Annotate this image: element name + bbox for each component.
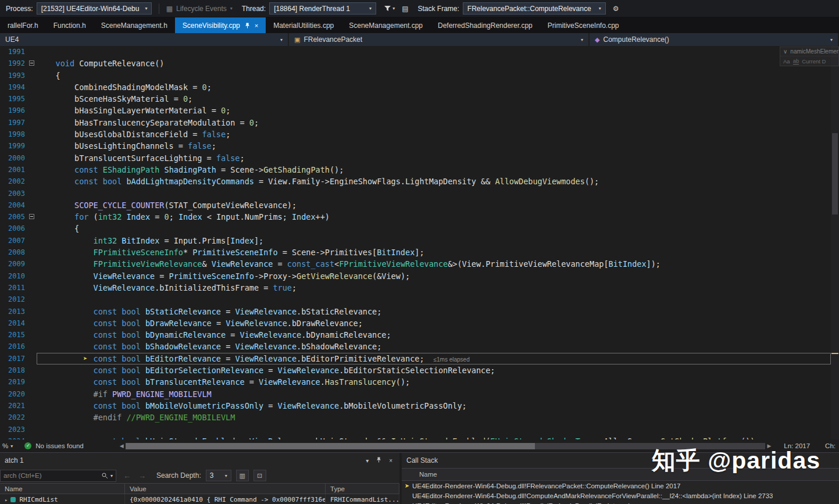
- code-text[interactable]: const bool bAddLightmapDensityCommands =…: [37, 176, 831, 187]
- scrollbar-thumb[interactable]: [126, 443, 535, 449]
- code-text[interactable]: bHasSingleLayerWaterMaterial = 0;: [37, 105, 831, 116]
- pin-icon[interactable]: [245, 23, 250, 28]
- code-text[interactable]: FPrimitiveSceneInfo* PrimitiveSceneInfo …: [37, 246, 831, 258]
- match-word-icon[interactable]: ab: [793, 58, 799, 65]
- find-overlay[interactable]: ∨ namicMeshElementsM Aa ab Current D: [780, 47, 839, 66]
- code-line[interactable]: 2024 const bool bHairStrandsEnabled = Vi…: [0, 435, 831, 439]
- member-dropdown[interactable]: ◆ ComputeRelevance() ▾: [590, 33, 839, 46]
- code-text[interactable]: #endif //PWRD_ENGINE_MOBILEVLM: [37, 412, 831, 423]
- code-line[interactable]: 2007 int32 BitIndex = Input.Prims[Index]…: [0, 235, 831, 246]
- code-text[interactable]: const bool bHairStrandsEnabled = ViewRel…: [37, 435, 831, 439]
- code-line[interactable]: 2013 const bool bStaticRelevance = ViewR…: [0, 306, 831, 317]
- editor-tab[interactable]: SceneVisibility.cpp×: [175, 17, 266, 33]
- code-text[interactable]: const EShadingPath ShadingPath = Scene->…: [37, 164, 831, 176]
- code-text[interactable]: bUsesLightingChannels = false;: [37, 140, 831, 152]
- editor-tab[interactable]: Function.h: [46, 17, 94, 33]
- code-line[interactable]: 2003: [0, 188, 831, 199]
- code-line[interactable]: 2010 ViewRelevance = PrimitiveSceneInfo-…: [0, 270, 831, 282]
- close-icon[interactable]: ×: [389, 457, 392, 464]
- code-text[interactable]: bUsesGlobalDistanceField = false;: [37, 128, 831, 140]
- code-line[interactable]: 1992 void ComputeRelevance(): [0, 58, 831, 69]
- code-line[interactable]: 1999 bUsesLightingChannels = false;: [0, 140, 831, 152]
- code-text[interactable]: [37, 188, 831, 199]
- code-line[interactable]: 1991: [0, 46, 831, 58]
- column-header[interactable]: Type: [326, 484, 399, 494]
- callstack-frame[interactable]: ➤UE4Editor-Renderer-Win64-Debug.dll!FRel…: [402, 481, 839, 491]
- code-line[interactable]: 1994 CombinedShadingModelMask = 0;: [0, 81, 831, 93]
- code-line[interactable]: 2012: [0, 294, 831, 305]
- column-header[interactable]: Name: [0, 484, 125, 494]
- gear-icon[interactable]: ⚙: [613, 5, 619, 13]
- code-text[interactable]: const bool bDynamicRelevance = ViewRelev…: [37, 329, 831, 341]
- code-line[interactable]: 2014 const bool bDrawRelevance = ViewRel…: [0, 317, 831, 329]
- code-text[interactable]: ➤ const bool bEditorRelevance = ViewRele…: [37, 353, 831, 364]
- code-text[interactable]: const bool bShadowRelevance = ViewReleva…: [37, 341, 831, 352]
- editor-vertical-scrollbar[interactable]: [831, 46, 839, 439]
- code-text[interactable]: bTranslucentSurfaceLighting = false;: [37, 152, 831, 164]
- code-line[interactable]: 1995 bSceneHasSkyMaterial = 0;: [0, 93, 831, 105]
- code-text[interactable]: ViewRelevance = PrimitiveSceneInfo->Prox…: [37, 270, 831, 282]
- filter-threads-button[interactable]: ▾: [384, 5, 395, 12]
- column-header[interactable]: Value: [125, 484, 326, 494]
- code-text[interactable]: FPrimitiveViewRelevance& ViewRelevance =…: [37, 258, 831, 270]
- project-dropdown[interactable]: UE4 ▾: [0, 33, 289, 46]
- search-depth-dropdown[interactable]: 3 ▾: [206, 470, 231, 481]
- code-line[interactable]: 2002 const bool bAddLightmapDensityComma…: [0, 176, 831, 187]
- code-text[interactable]: const bool bTranslucentRelevance = ViewR…: [37, 376, 831, 388]
- window-position-icon[interactable]: ▾: [366, 457, 369, 464]
- close-icon[interactable]: ×: [255, 22, 258, 29]
- code-line[interactable]: 2000 bTranslucentSurfaceLighting = false…: [0, 152, 831, 164]
- code-line[interactable]: 2017➤ const bool bEditorRelevance = View…: [0, 353, 831, 364]
- scroll-left-arrow-icon[interactable]: ◀: [120, 443, 124, 449]
- search-icon[interactable]: [101, 472, 108, 479]
- code-area[interactable]: 19911992 void ComputeRelevance()1993 {19…: [0, 46, 831, 439]
- chevron-down-icon[interactable]: ▾: [110, 473, 113, 478]
- code-text[interactable]: const bool bMobileVolumetricPassOnly = V…: [37, 400, 831, 412]
- watch-type-cell[interactable]: FRHICommandList...: [326, 494, 399, 504]
- code-text[interactable]: bHasTranslucencySeparateModulation = 0;: [37, 117, 831, 128]
- process-dropdown[interactable]: [21532] UE4Editor-Win64-Debu ▾: [37, 2, 152, 15]
- code-text[interactable]: [37, 294, 831, 305]
- document-health-indicator[interactable]: ✓ No issues found: [24, 442, 83, 449]
- search-input[interactable]: arch (Ctrl+E) ▾: [0, 470, 116, 482]
- code-text[interactable]: const bool bStaticRelevance = ViewReleva…: [37, 306, 831, 317]
- code-line[interactable]: 2022 #endif //PWRD_ENGINE_MOBILEVLM: [0, 412, 831, 423]
- code-line[interactable]: 2011 ViewRelevance.bInitializedThisFrame…: [0, 282, 831, 294]
- code-text[interactable]: {: [37, 223, 831, 234]
- code-line[interactable]: 2004 SCOPE_CYCLE_COUNTER(STAT_ComputeVie…: [0, 199, 831, 211]
- code-line[interactable]: 2021 const bool bMobileVolumetricPassOnl…: [0, 400, 831, 412]
- code-text[interactable]: [37, 424, 831, 435]
- search-back-icon[interactable]: ←: [123, 471, 131, 480]
- code-line[interactable]: 2018 const bool bEditorSelectionRelevanc…: [0, 364, 831, 376]
- lifecycle-events-button[interactable]: ▦ Lifecycle Events ▾: [166, 5, 233, 13]
- fold-collapse-icon[interactable]: [27, 211, 37, 223]
- find-scope[interactable]: Current D: [802, 58, 826, 65]
- chevron-icon[interactable]: ∨: [783, 48, 787, 55]
- code-line[interactable]: 1996 bHasSingleLayerWaterMaterial = 0;: [0, 105, 831, 116]
- code-line[interactable]: 1997 bHasTranslucencySeparateModulation …: [0, 117, 831, 128]
- code-line[interactable]: 2008 FPrimitiveSceneInfo* PrimitiveScene…: [0, 246, 831, 258]
- code-text[interactable]: const bool bEditorSelectionRelevance = V…: [37, 364, 831, 376]
- watch-name-cell[interactable]: ▸RHICmdList: [0, 494, 125, 504]
- callstack-frame[interactable]: UE4Editor-Renderer-Win64-Debug.dll!Compu…: [402, 491, 839, 501]
- match-case-icon[interactable]: Aa: [783, 58, 790, 65]
- expander-icon[interactable]: ▸: [5, 497, 8, 503]
- code-line[interactable]: 1998 bUsesGlobalDistanceField = false;: [0, 128, 831, 140]
- pin-icon[interactable]: [376, 457, 381, 464]
- code-text[interactable]: const bool bDrawRelevance = ViewRelevanc…: [37, 317, 831, 329]
- fold-collapse-icon[interactable]: [27, 58, 37, 69]
- perf-tip[interactable]: ≤1ms elapsed: [424, 356, 470, 363]
- code-line[interactable]: 2019 const bool bTranslucentRelevance = …: [0, 376, 831, 388]
- scrollbar-thumb[interactable]: [832, 133, 838, 215]
- watch-row[interactable]: ▸RHICmdList{0x00000202461a0410 { RHI Com…: [0, 494, 399, 504]
- type-dropdown[interactable]: ▣ FRelevancePacket ▾: [289, 33, 590, 46]
- search-forward-icon[interactable]: →: [138, 471, 146, 480]
- code-text[interactable]: CombinedShadingModelMask = 0;: [37, 81, 831, 93]
- watch-value-cell[interactable]: {0x00000202461a0410 { RHI Command -> 0x0…: [125, 494, 326, 504]
- code-line[interactable]: 2016 const bool bShadowRelevance = ViewR…: [0, 341, 831, 352]
- zoom-control[interactable]: % ▾: [2, 442, 13, 449]
- stack-frame-dropdown[interactable]: FRelevancePacket::ComputeRelevance ▾: [463, 2, 606, 15]
- code-line[interactable]: 2015 const bool bDynamicRelevance = View…: [0, 329, 831, 341]
- frames-icon[interactable]: ▤: [402, 5, 408, 13]
- code-line[interactable]: 2009 FPrimitiveViewRelevance& ViewReleva…: [0, 258, 831, 270]
